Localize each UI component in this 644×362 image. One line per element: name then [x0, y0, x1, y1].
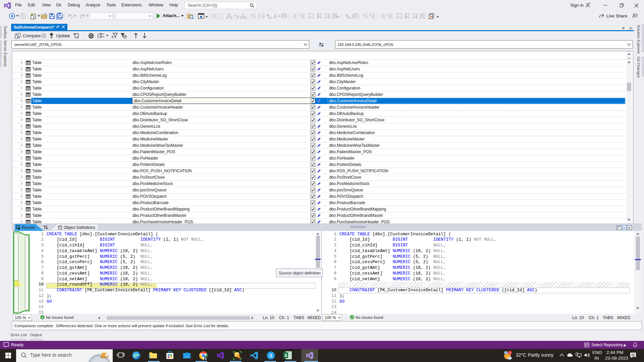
- svg-text:S: S: [269, 353, 272, 358]
- svg-text:{: {: [97, 33, 99, 38]
- svg-text:1: 1: [509, 351, 511, 355]
- svg-text:X: X: [284, 353, 287, 358]
